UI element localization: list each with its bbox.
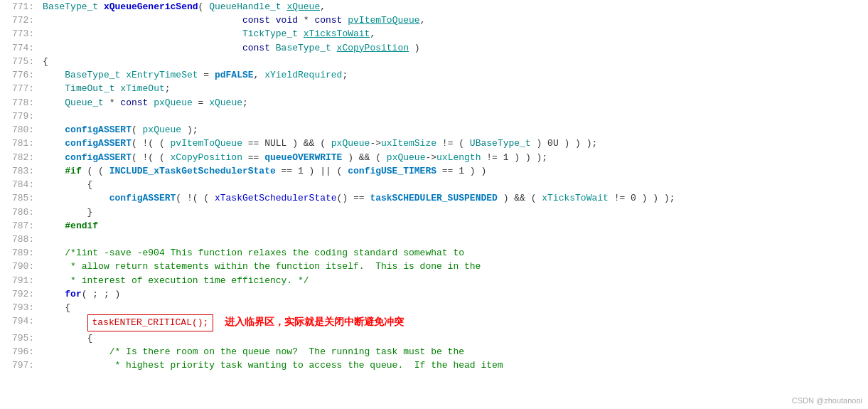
line-number: 784:: [0, 178, 40, 191]
line-number: 792:: [0, 287, 40, 301]
line-code: {: [40, 178, 868, 191]
line-code: const BaseType_t xCopyPosition ): [40, 41, 868, 55]
line-number: 787:: [0, 219, 40, 233]
line-code: const void * const pvItemToQueue,: [40, 14, 868, 27]
line-code: Queue_t * const pxQueue = xQueue;: [40, 96, 868, 110]
line-code: {: [40, 301, 868, 314]
line-number: 796:: [0, 345, 40, 358]
line-code: for( ; ; ): [40, 287, 868, 301]
line-number: 793:: [0, 301, 40, 314]
line-number: 781:: [0, 137, 40, 150]
line-number: 771:: [0, 0, 40, 14]
table-row: 785: configASSERT( !( ( xTaskGetSchedule…: [0, 191, 868, 205]
annotation-text: 进入临界区，实际就是关闭中断避免冲突: [225, 317, 404, 327]
table-row: 776: BaseType_t xEntryTimeSet = pdFALSE,…: [0, 68, 868, 82]
line-number: 779:: [0, 110, 40, 123]
table-row: 786: }: [0, 206, 868, 219]
line-code: }: [40, 206, 868, 219]
line-number: 780:: [0, 123, 40, 137]
line-code: * highest priority task wanting to acces…: [40, 358, 868, 372]
line-number: 776:: [0, 68, 40, 82]
line-number: 774:: [0, 41, 40, 55]
line-number: 785:: [0, 191, 40, 205]
line-number: 790:: [0, 260, 40, 273]
table-row: 778: Queue_t * const pxQueue = xQueue;: [0, 96, 868, 110]
line-number: 772:: [0, 14, 40, 27]
table-row: 773: TickType_t xTicksToWait,: [0, 27, 868, 41]
table-row: 794: taskENTER_CRITICAL(); 进入临界区，实际就是关闭中…: [0, 314, 868, 331]
table-row: 783: #if ( ( INCLUDE_xTaskGetSchedulerSt…: [0, 164, 868, 178]
table-row: 775: {: [0, 55, 868, 68]
line-code: BaseType_t xQueueGenericSend( QueueHandl…: [40, 0, 868, 14]
line-code: taskENTER_CRITICAL(); 进入临界区，实际就是关闭中断避免冲突: [40, 314, 868, 331]
line-number: 791:: [0, 274, 40, 287]
code-table: 771: BaseType_t xQueueGenericSend( Queue…: [0, 0, 868, 372]
table-row: 788:: [0, 233, 868, 246]
table-row: 779:: [0, 110, 868, 123]
line-number: 783:: [0, 164, 40, 178]
line-number: 795:: [0, 331, 40, 345]
line-code: /*lint -save -e904 This function relaxes…: [40, 246, 868, 260]
table-row: 793: {: [0, 301, 868, 314]
line-code: {: [40, 331, 868, 345]
line-number: 775:: [0, 55, 40, 68]
line-code: TickType_t xTicksToWait,: [40, 27, 868, 41]
line-number: 778:: [0, 96, 40, 110]
table-row: 771: BaseType_t xQueueGenericSend( Queue…: [0, 0, 868, 14]
table-row: 796: /* Is there room on the queue now? …: [0, 345, 868, 358]
table-row: 797: * highest priority task wanting to …: [0, 358, 868, 372]
line-code: configASSERT( pxQueue );: [40, 123, 868, 137]
line-code: #if ( ( INCLUDE_xTaskGetSchedulerState =…: [40, 164, 868, 178]
table-row: 790: * allow return statements within th…: [0, 260, 868, 273]
table-row: 782: configASSERT( !( ( xCopyPosition ==…: [0, 151, 868, 164]
line-number: 782:: [0, 151, 40, 164]
table-row: 772: const void * const pvItemToQueue,: [0, 14, 868, 27]
table-row: 780: configASSERT( pxQueue );: [0, 123, 868, 137]
line-code: #endif: [40, 219, 868, 233]
line-code: configASSERT( !( ( pvItemToQueue == NULL…: [40, 137, 868, 150]
line-code: TimeOut_t xTimeOut;: [40, 82, 868, 95]
line-number: 789:: [0, 246, 40, 260]
table-row: 789: /*lint -save -e904 This function re…: [0, 246, 868, 260]
table-row: 777: TimeOut_t xTimeOut;: [0, 82, 868, 95]
line-code: BaseType_t xEntryTimeSet = pdFALSE, xYie…: [40, 68, 868, 82]
line-code: [40, 110, 868, 123]
line-code: configASSERT( !( ( xTaskGetSchedulerStat…: [40, 191, 868, 205]
line-code: * interest of execution time efficiency.…: [40, 274, 868, 287]
line-number: 786:: [0, 206, 40, 219]
table-row: 791: * interest of execution time effici…: [0, 274, 868, 287]
line-code: {: [40, 55, 868, 68]
table-row: 774: const BaseType_t xCopyPosition ): [0, 41, 868, 55]
table-row: 795: {: [0, 331, 868, 345]
code-viewer: 771: BaseType_t xQueueGenericSend( Queue…: [0, 0, 868, 409]
table-row: 792: for( ; ; ): [0, 287, 868, 301]
table-row: 784: {: [0, 178, 868, 191]
branding-text: CSDN @zhoutanooi: [792, 395, 862, 407]
line-code: * allow return statements within the fun…: [40, 260, 868, 273]
line-code: [40, 233, 868, 246]
highlighted-code: taskENTER_CRITICAL();: [87, 314, 214, 331]
table-row: 781: configASSERT( !( ( pvItemToQueue ==…: [0, 137, 868, 150]
line-number: 777:: [0, 82, 40, 95]
line-number: 797:: [0, 358, 40, 372]
line-number: 773:: [0, 27, 40, 41]
line-code: configASSERT( !( ( xCopyPosition == queu…: [40, 151, 868, 164]
table-row: 787: #endif: [0, 219, 868, 233]
line-number: 788:: [0, 233, 40, 246]
line-number: 794:: [0, 314, 40, 331]
line-code: /* Is there room on the queue now? The r…: [40, 345, 868, 358]
